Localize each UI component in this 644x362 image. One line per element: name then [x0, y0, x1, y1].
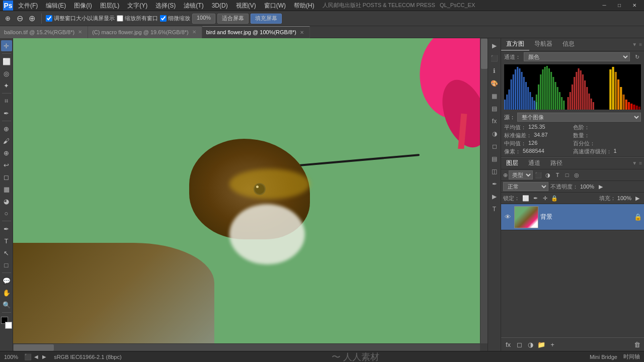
color-swatches[interactable]	[1, 317, 12, 329]
zoom-in-icon[interactable]: ⊕	[26, 13, 37, 24]
menu-image[interactable]: 图像(I)	[70, 0, 96, 11]
add-style-icon[interactable]: fx	[503, 339, 513, 349]
lock-image-icon[interactable]: ✒	[531, 194, 539, 202]
horizontal-scroll-thumb[interactable]	[14, 344, 54, 351]
lock-all-icon[interactable]: 🔒	[550, 194, 558, 202]
filter-shape-icon[interactable]: □	[562, 170, 572, 179]
menu-layer[interactable]: 图层(L)	[96, 0, 124, 11]
new-adjustment-icon[interactable]: ◑	[525, 339, 535, 349]
gradient-panel-icon[interactable]: ▤	[489, 103, 500, 114]
fill-screen-button[interactable]: 填充屏幕	[251, 14, 282, 24]
shape-tool[interactable]: □	[1, 259, 12, 270]
hand-tool[interactable]: ✋	[1, 287, 12, 298]
menu-window[interactable]: 窗口(W)	[260, 0, 290, 11]
close-button[interactable]: ✕	[627, 0, 642, 11]
type-tool[interactable]: T	[1, 235, 12, 246]
filter-pixel-icon[interactable]: ⬛	[534, 170, 543, 179]
healing-brush-tool[interactable]: ⊕	[1, 123, 12, 134]
note-tool[interactable]: 💬	[1, 275, 12, 286]
horizontal-scrollbar[interactable]	[13, 343, 480, 351]
tab-layers[interactable]: 图层	[501, 157, 523, 169]
filter-smart-icon[interactable]: ◎	[572, 170, 581, 179]
source-select[interactable]: 整个图像 选区 图层	[517, 113, 641, 122]
menu-edit[interactable]: 编辑(E)	[42, 0, 70, 11]
path-select-tool[interactable]: ↖	[1, 247, 12, 258]
delete-layer-icon[interactable]: 🗑	[632, 339, 642, 349]
eyedropper-tool[interactable]: ✒	[1, 108, 12, 119]
panel-menu-icon[interactable]: ≡	[639, 42, 642, 47]
layers-menu-icon[interactable]: ≡	[639, 160, 642, 166]
zoom-tool[interactable]: 🔍	[1, 299, 12, 310]
zoom-reset-icon[interactable]: ⊕	[2, 13, 13, 24]
menu-file[interactable]: 文件(F)	[14, 0, 42, 11]
rect-marquee-tool[interactable]: ⬜	[1, 56, 12, 67]
menu-filter[interactable]: 滤镜(T)	[180, 0, 207, 11]
smooth-zoom-checkbox[interactable]: 细微缩放	[160, 15, 190, 22]
nav-display-icon[interactable]: ⬛	[24, 353, 32, 360]
menu-type[interactable]: 文字(Y)	[123, 0, 151, 11]
menu-view[interactable]: 视图(V)	[232, 0, 260, 11]
background-color[interactable]	[5, 322, 12, 329]
new-layer-icon[interactable]: +	[547, 339, 557, 349]
mini-bridge-button[interactable]: Mini Bridge	[590, 354, 617, 360]
style-icon[interactable]: fx	[489, 116, 500, 127]
history-brush-tool[interactable]: ↩	[1, 159, 12, 170]
lasso-tool[interactable]: ◎	[1, 68, 12, 79]
tab-bird-flower[interactable]: bird and flower.jpg @ 100%(RGB/8*) ✕	[202, 26, 310, 38]
brush-tool[interactable]: 🖌	[1, 135, 12, 146]
fit-screen-button[interactable]: 适合屏幕	[217, 14, 249, 24]
layers-panel-icon[interactable]: ▤	[489, 153, 500, 164]
paths-icon[interactable]: ✒	[489, 178, 500, 190]
crop-tool[interactable]: ⌗	[1, 96, 12, 107]
pen-tool[interactable]: ✒	[1, 223, 12, 234]
filter-adjustment-icon[interactable]: ◑	[543, 170, 552, 179]
nav-next-icon[interactable]: ▶	[41, 353, 48, 360]
dodge-tool[interactable]: ○	[1, 208, 12, 219]
vertical-scrollbar[interactable]	[480, 38, 488, 343]
refresh-icon[interactable]: ↻	[633, 53, 641, 61]
zoom-pct-button[interactable]: 100%	[192, 14, 215, 24]
magic-wand-tool[interactable]: ✦	[1, 80, 12, 91]
layer-visibility-toggle[interactable]: 👁	[503, 213, 512, 222]
vertical-scroll-thumb[interactable]	[481, 39, 488, 69]
actions-icon[interactable]: ▶	[489, 191, 500, 202]
panel-expand-icon[interactable]: ▼	[632, 42, 637, 47]
zoom-out-icon[interactable]: ⊖	[14, 13, 25, 24]
tab-channels[interactable]: 通道	[523, 157, 545, 169]
tab-close-macro[interactable]: ✕	[191, 29, 198, 36]
navigator-icon[interactable]: ⬛	[489, 53, 500, 64]
blend-mode-select[interactable]: 正常 溶解 正片叠底	[503, 182, 548, 191]
mask-icon[interactable]: ◻	[489, 141, 500, 152]
tab-histogram[interactable]: 直方图	[501, 38, 529, 51]
maximize-button[interactable]: □	[612, 0, 627, 11]
eraser-tool[interactable]: ◻	[1, 171, 12, 183]
minimize-button[interactable]: ─	[597, 0, 612, 11]
filter-type-select[interactable]: 类型	[509, 170, 533, 179]
filter-type-icon[interactable]: T	[553, 170, 562, 179]
channel-select[interactable]: 颜色 RGB 红 绿 蓝	[524, 52, 630, 61]
time-axis-button[interactable]: 时间轴	[623, 353, 640, 360]
menu-help[interactable]: 帮助(H)	[290, 0, 318, 11]
tab-close-balloon[interactable]: ✕	[76, 29, 84, 36]
zoom-all-checkbox[interactable]: 缩放所有窗口	[117, 15, 158, 22]
menu-select[interactable]: 选择(S)	[151, 0, 180, 11]
gradient-tool[interactable]: ▦	[1, 184, 12, 195]
lock-position-icon[interactable]: ✛	[541, 194, 549, 202]
swatches-icon[interactable]: ▦	[489, 90, 500, 102]
adjustments-icon[interactable]: ◑	[489, 128, 500, 139]
lock-transparent-icon[interactable]: ⬜	[522, 194, 530, 202]
opacity-arrow-icon[interactable]: ▶	[596, 182, 605, 191]
menu-3d[interactable]: 3D(D)	[208, 0, 232, 11]
tab-paths[interactable]: 路径	[545, 157, 568, 169]
blur-tool[interactable]: ◕	[1, 196, 12, 207]
nav-prev-icon[interactable]: ◀	[33, 353, 40, 360]
channels-icon[interactable]: ◫	[489, 166, 500, 177]
tab-macro-flower[interactable]: (C) macro flower.jpg @ 19.6%(RGB/8*) ✕	[88, 26, 202, 38]
tab-close-bird[interactable]: ✕	[298, 29, 305, 36]
tab-info[interactable]: 信息	[557, 38, 580, 51]
fill-arrow-icon[interactable]: ▶	[633, 194, 642, 203]
tab-balloon[interactable]: balloon.tif @ 15.2%(RGB/8*) ✕	[0, 26, 88, 38]
new-group-icon[interactable]: 📁	[536, 339, 546, 349]
add-mask-icon[interactable]: ◻	[514, 339, 524, 349]
layers-expand-icon[interactable]: ▼	[632, 160, 637, 166]
